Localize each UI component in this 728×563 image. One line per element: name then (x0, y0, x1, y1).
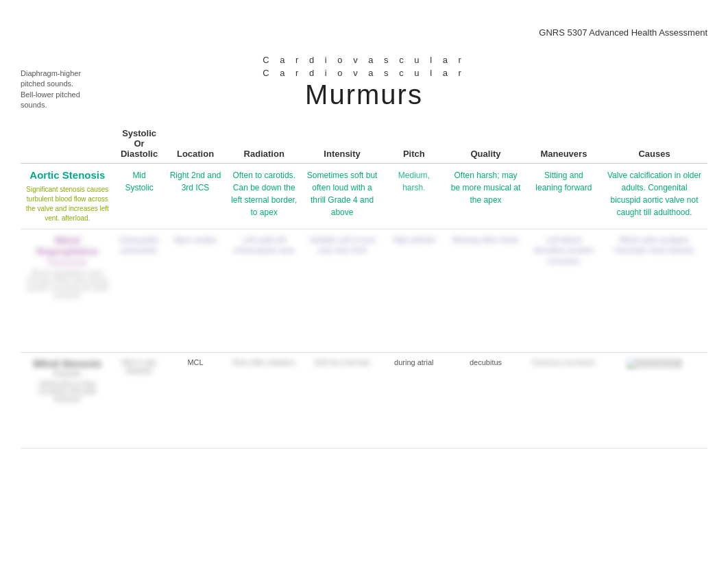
row3-quality: decubitus (445, 353, 526, 449)
side-note: Diaphragm-higher pitched sounds. Bell-lo… (21, 68, 81, 111)
row3-causes (601, 353, 707, 449)
row3-pitch: during atrial (383, 353, 445, 449)
row3-intensity: Soft low intensity (302, 353, 383, 449)
row1-pitch: Medium, harsh. (383, 164, 445, 229)
row2-name: Mitral Regurgitation (25, 235, 110, 257)
page-title: GNRS 5307 Advanced Health Assessment (539, 27, 707, 38)
row2-radiation: Left axilla left infrascapular area (227, 229, 302, 353)
col-header-maneuvers: Maneuvers (526, 124, 601, 164)
col-header-causes: Causes (601, 124, 707, 164)
side-note-line2: pitched sounds. (21, 79, 81, 89)
row1-timing: Mid Systolic (114, 164, 165, 229)
row3-maneuvers: Exercise increases (526, 353, 601, 449)
row3-desc: Obstruction to flow increases left atria… (25, 380, 110, 403)
row3-name-cell: Mitral Stenosis Diastolic Obstruction to… (21, 353, 114, 449)
col-header-location: Location (164, 124, 226, 164)
table-row: Mitral Regurgitation Holosystolic Blood … (21, 229, 707, 353)
row2-desc: Blood regurgitates back through mitral v… (25, 269, 110, 299)
table-header-row: Systolic Or Diastolic Location Radiation… (21, 124, 707, 164)
row2-quality: Blowing often harsh (445, 229, 526, 353)
col-header-radiation: Radiation (227, 124, 302, 164)
row1-desc: Significant stenosis causes turbulent bl… (25, 185, 110, 223)
row3-radiation: Rare little radiation (227, 353, 302, 449)
row1-radiation: Often to carotids. Can be down the left … (227, 164, 302, 229)
row1-name: Aortic Stenosis (25, 169, 110, 181)
row2-timing: Holosystolic pansystolic (114, 229, 165, 353)
row1-name-cell: Aortic Stenosis Significant stenosis cau… (21, 164, 114, 229)
cardiovascular-label-2: C a r d i o v a s c u l a r (0, 68, 728, 78)
col-header-quality: Quality (445, 124, 526, 164)
table-row: Mitral Stenosis Diastolic Obstruction to… (21, 353, 707, 449)
row2-sub: Holosystolic (25, 258, 110, 266)
side-note-line3: Bell-lower pitched (21, 90, 81, 100)
row3-timing: Mid to late diastolic (114, 353, 165, 449)
row1-intensity: Sometimes soft but often loud with a thr… (302, 164, 383, 229)
col-header-intensity: Intensity (302, 124, 383, 164)
side-note-line1: Diaphragm-higher (21, 68, 81, 79)
row1-quality: Often harsh; may be more musical at the … (445, 164, 526, 229)
row2-causes: Mitral valve prolapse rheumatic heart di… (601, 229, 707, 353)
row3-location: MCL (164, 353, 226, 449)
col-header-timing: Systolic Or Diastolic (114, 124, 165, 164)
row3-quality-text: decubitus (449, 358, 522, 366)
col-header-pitch: Pitch (383, 124, 445, 164)
row1-maneuvers: Sitting and leaning forward (526, 164, 601, 229)
side-note-line4: sounds. (21, 100, 81, 110)
cardiovascular-label-1: C a r d i o v a s c u l a r (0, 55, 728, 65)
row2-pitch: High pitched (383, 229, 445, 353)
row2-location: Apex cardiac (164, 229, 226, 353)
row3-sub: Diastolic (25, 369, 110, 377)
row2-maneuvers: Left lateral decubitus position increase… (526, 229, 601, 353)
row3-name: Mitral Stenosis (25, 358, 110, 369)
main-content: Systolic Or Diastolic Location Radiation… (0, 124, 728, 449)
header: C a r d i o v a s c u l a r C a r d i o … (0, 0, 728, 110)
row1-location: Right 2nd and 3rd ICS (164, 164, 226, 229)
murmurs-table: Systolic Or Diastolic Location Radiation… (21, 124, 707, 449)
row2-name-cell: Mitral Regurgitation Holosystolic Blood … (21, 229, 114, 353)
row3-location-text: MCL (168, 358, 222, 366)
row1-causes: Valve calcification in older adults. Con… (601, 164, 707, 229)
table-row: Aortic Stenosis Significant stenosis cau… (21, 164, 707, 229)
row2-intensity: Variable soft to loud may have thrill (302, 229, 383, 353)
col-header-name (21, 124, 114, 164)
row3-pitch-text: during atrial (387, 358, 441, 366)
murmurs-title: Murmurs (0, 79, 728, 110)
